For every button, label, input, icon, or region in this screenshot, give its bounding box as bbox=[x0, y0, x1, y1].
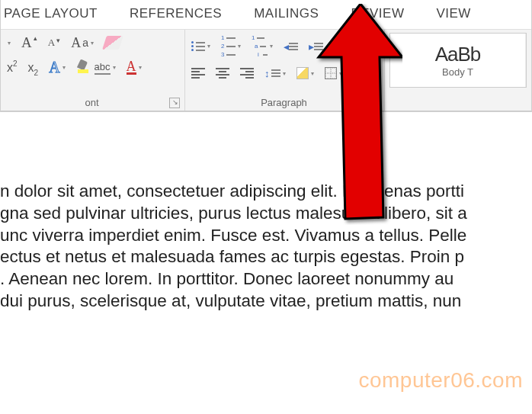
line-spacing-button[interactable]: ↕▾ bbox=[263, 64, 287, 82]
bullets-button[interactable]: ▾ bbox=[190, 37, 212, 56]
group-label-paragraph: Paragraph ↘ bbox=[190, 95, 378, 109]
shrink-font-button[interactable]: A▾ bbox=[46, 34, 62, 52]
highlight-button[interactable]: abc ▾ bbox=[75, 59, 117, 77]
group-paragraph: ▾ 1 2 3 ▾ 1 a i ▾ bbox=[185, 30, 385, 111]
align-left-icon bbox=[191, 68, 205, 79]
show-hide-button[interactable]: ¶ bbox=[354, 37, 364, 56]
paragraph-dialog-launcher[interactable]: ↘ bbox=[369, 98, 380, 108]
text-effects-button[interactable]: A▾ bbox=[47, 57, 66, 78]
watermark-text: computer06.com bbox=[358, 368, 523, 393]
font-dialog-launcher[interactable]: ↘ bbox=[169, 98, 180, 108]
font-color-button[interactable]: A▾ bbox=[125, 59, 143, 77]
group-label-styles bbox=[389, 95, 527, 109]
sort-icon: AZ bbox=[334, 40, 339, 53]
borders-icon bbox=[325, 67, 337, 79]
align-center-icon bbox=[216, 68, 229, 79]
multilevel-list-button[interactable]: 1 a i ▾ bbox=[250, 33, 274, 59]
clear-formatting-button[interactable] bbox=[103, 34, 123, 52]
group-font: ▾ A▴ A▾ Aa▾ x x A▾ abc ▾ A▾ bbox=[1, 30, 185, 111]
decrease-indent-icon: ◂ bbox=[284, 40, 298, 53]
pilcrow-icon: ¶ bbox=[355, 38, 363, 54]
tab-view[interactable]: VIEW bbox=[436, 6, 470, 21]
styles-gallery[interactable]: AaBb Body T bbox=[389, 33, 527, 88]
tab-references[interactable]: REFERENCES bbox=[130, 6, 222, 21]
align-left-button[interactable] bbox=[190, 64, 207, 82]
align-center-button[interactable] bbox=[214, 64, 231, 82]
change-case-button[interactable]: Aa▾ bbox=[69, 34, 95, 53]
numbering-button[interactable]: 1 2 3 ▾ bbox=[220, 33, 242, 59]
multilevel-icon: 1 a i bbox=[252, 34, 268, 58]
eraser-icon bbox=[102, 36, 123, 50]
grow-font-button[interactable]: A▴ bbox=[20, 33, 39, 53]
sort-button[interactable]: AZ↓ bbox=[332, 37, 346, 56]
font-dropdown[interactable]: ▾ bbox=[5, 34, 12, 52]
align-right-icon bbox=[240, 68, 254, 79]
ribbon-container: PAGE LAYOUT REFERENCES MAILINGS REVIEW V… bbox=[0, 0, 532, 112]
decrease-indent-button[interactable]: ◂ bbox=[282, 37, 300, 56]
style-body-text[interactable]: AaBb Body T bbox=[390, 34, 526, 87]
document-area[interactable]: n dolor sit amet, consectetuer adipiscin… bbox=[0, 112, 532, 313]
highlighter-icon bbox=[76, 60, 93, 75]
style-preview-text: AaBb bbox=[435, 43, 481, 66]
group-styles: AaBb Body T bbox=[385, 30, 531, 111]
superscript-button[interactable]: x bbox=[5, 59, 19, 77]
shading-icon bbox=[296, 67, 309, 79]
numbering-icon: 1 2 3 bbox=[221, 34, 236, 58]
increase-indent-icon: ▸ bbox=[309, 40, 323, 53]
ribbon-body: ▾ A▴ A▾ Aa▾ x x A▾ abc ▾ A▾ bbox=[1, 29, 531, 111]
borders-button[interactable]: ▾ bbox=[323, 64, 344, 82]
align-right-button[interactable] bbox=[239, 64, 255, 82]
document-body-text[interactable]: n dolor sit amet, consectetuer adipiscin… bbox=[0, 181, 532, 313]
ribbon-tabs: PAGE LAYOUT REFERENCES MAILINGS REVIEW V… bbox=[1, 0, 531, 29]
tab-review[interactable]: REVIEW bbox=[351, 6, 404, 21]
tab-page-layout[interactable]: PAGE LAYOUT bbox=[4, 6, 98, 21]
increase-indent-button[interactable]: ▸ bbox=[307, 37, 325, 56]
line-spacing-icon: ↕ bbox=[264, 68, 280, 79]
bullets-icon bbox=[191, 41, 205, 51]
style-name-label: Body T bbox=[442, 66, 473, 78]
group-label-font: ont ↘ bbox=[5, 95, 178, 109]
subscript-button[interactable]: x bbox=[27, 59, 40, 77]
shading-button[interactable]: ▾ bbox=[295, 64, 316, 82]
tab-mailings[interactable]: MAILINGS bbox=[254, 6, 319, 21]
